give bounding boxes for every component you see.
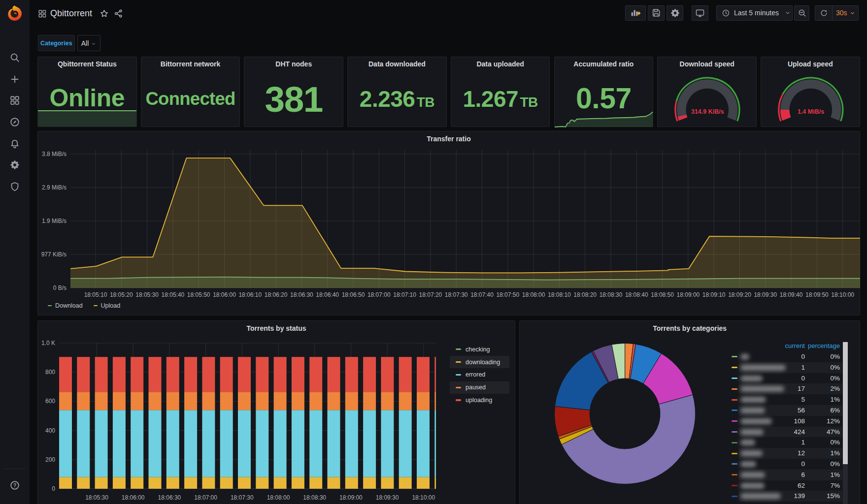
svg-text:?: ?	[13, 483, 16, 488]
